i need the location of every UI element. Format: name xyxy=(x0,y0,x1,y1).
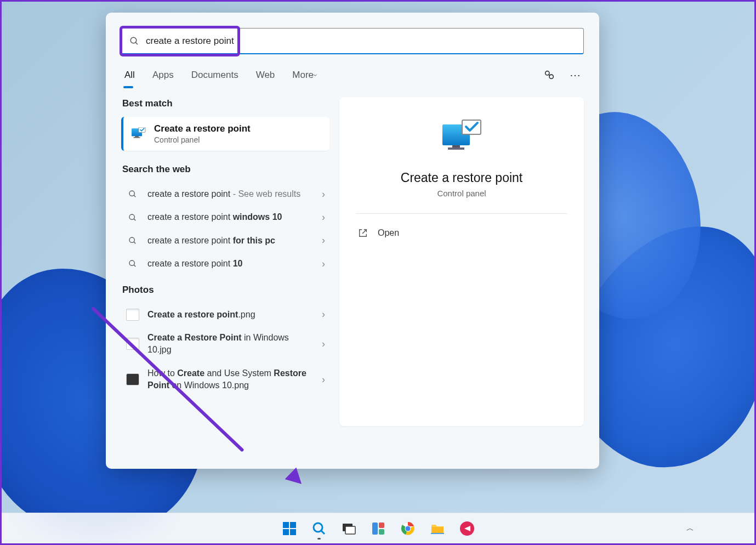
taskbar-task-view[interactable] xyxy=(337,516,361,541)
taskbar-app[interactable] xyxy=(455,516,479,541)
widgets-icon xyxy=(371,521,386,536)
chevron-right-icon: › xyxy=(322,338,325,350)
results-column: Best match Create a restore point Contro… xyxy=(121,97,329,426)
web-result-text: create a restore point 10 xyxy=(147,258,325,270)
best-match-title: Create a restore point xyxy=(154,123,251,134)
chat-icon[interactable] xyxy=(543,69,555,81)
best-match-heading: Best match xyxy=(121,97,329,117)
tab-all[interactable]: All xyxy=(123,66,136,84)
svg-point-25 xyxy=(314,523,322,532)
search-bar[interactable] xyxy=(121,28,584,54)
tray-expand-icon[interactable]: ︿ xyxy=(686,524,694,533)
photo-result[interactable]: Create a restore point.png › xyxy=(121,303,329,326)
svg-rect-31 xyxy=(379,529,384,535)
taskbar-file-explorer[interactable] xyxy=(425,516,450,541)
app-icon xyxy=(459,521,475,536)
start-search-panel: All Apps Documents Web More ⋯ Best match xyxy=(106,13,599,469)
divider xyxy=(356,213,567,214)
svg-rect-37 xyxy=(431,533,444,534)
search-input[interactable] xyxy=(146,36,576,47)
detail-pane: Create a restore point Control panel Ope… xyxy=(339,97,584,426)
chevron-right-icon: › xyxy=(322,212,325,223)
open-label: Open xyxy=(378,228,399,238)
svg-line-1 xyxy=(135,42,138,44)
web-result-text: create a restore point - See web results xyxy=(147,188,325,200)
tab-web[interactable]: Web xyxy=(255,66,276,84)
svg-rect-7 xyxy=(134,137,140,138)
taskbar-start-button[interactable] xyxy=(277,516,302,541)
svg-point-2 xyxy=(545,71,549,75)
svg-rect-22 xyxy=(290,522,296,528)
taskbar xyxy=(2,513,754,543)
svg-rect-29 xyxy=(372,523,378,535)
chevron-right-icon: › xyxy=(322,235,325,246)
svg-rect-28 xyxy=(345,526,355,534)
svg-line-14 xyxy=(134,242,135,243)
search-icon xyxy=(128,236,137,245)
tab-apps[interactable]: Apps xyxy=(151,66,175,84)
svg-line-26 xyxy=(321,531,325,534)
svg-rect-21 xyxy=(283,522,289,528)
image-thumbnail-icon xyxy=(126,373,139,385)
open-action[interactable]: Open xyxy=(356,224,567,242)
svg-rect-30 xyxy=(379,523,384,528)
svg-point-11 xyxy=(129,214,134,219)
image-thumbnail-icon xyxy=(126,309,139,321)
search-icon xyxy=(129,36,139,46)
svg-rect-18 xyxy=(452,145,460,147)
chevron-right-icon: › xyxy=(322,258,325,270)
taskbar-search-button[interactable] xyxy=(307,516,331,541)
web-result[interactable]: create a restore point windows 10 › xyxy=(121,206,329,229)
svg-line-10 xyxy=(134,195,135,197)
detail-subtitle: Control panel xyxy=(356,189,567,198)
svg-point-9 xyxy=(129,191,134,196)
chrome-icon xyxy=(400,521,416,536)
more-options-icon[interactable]: ⋯ xyxy=(570,69,582,82)
svg-rect-6 xyxy=(135,136,139,137)
photos-heading: Photos xyxy=(121,283,329,303)
filter-tabs: All Apps Documents Web More ⋯ xyxy=(121,66,584,84)
chevron-right-icon: › xyxy=(322,309,325,320)
web-result-text: create a restore point windows 10 xyxy=(147,211,325,223)
detail-title: Create a restore point xyxy=(356,171,567,185)
tab-documents[interactable]: Documents xyxy=(190,66,240,84)
task-view-icon xyxy=(341,521,356,536)
svg-rect-8 xyxy=(139,127,145,132)
restore-point-large-icon xyxy=(440,119,483,155)
web-result[interactable]: create a restore point 10 › xyxy=(121,252,329,275)
svg-line-16 xyxy=(134,265,135,266)
svg-point-13 xyxy=(129,237,134,242)
tab-more[interactable]: More xyxy=(291,66,318,84)
svg-rect-23 xyxy=(283,529,289,535)
photo-result-text: Create a Restore Point in Windows 10.jpg xyxy=(147,332,325,356)
search-icon xyxy=(311,521,327,536)
svg-point-0 xyxy=(130,37,137,43)
svg-rect-19 xyxy=(448,147,464,150)
svg-line-12 xyxy=(134,219,135,220)
best-match-result[interactable]: Create a restore point Control panel xyxy=(121,117,329,151)
chevron-right-icon: › xyxy=(322,374,325,385)
web-result[interactable]: create a restore point for this pc › xyxy=(121,229,329,252)
search-web-heading: Search the web xyxy=(121,163,329,183)
restore-point-icon xyxy=(131,127,146,140)
taskbar-chrome[interactable] xyxy=(396,516,420,541)
chevron-right-icon: › xyxy=(322,189,325,200)
windows-logo-icon xyxy=(282,521,297,536)
photo-result-text: Create a restore point.png xyxy=(147,309,325,321)
folder-icon xyxy=(430,521,445,536)
open-external-icon xyxy=(358,228,368,238)
search-icon xyxy=(128,190,137,198)
web-result[interactable]: create a restore point - See web results… xyxy=(121,183,329,206)
svg-point-35 xyxy=(405,526,410,531)
best-match-subtitle: Control panel xyxy=(154,135,251,144)
svg-rect-24 xyxy=(290,529,296,535)
web-result-text: create a restore point for this pc xyxy=(147,235,325,247)
svg-rect-36 xyxy=(431,527,444,533)
search-icon xyxy=(128,213,137,222)
taskbar-widgets[interactable] xyxy=(366,516,390,541)
search-icon xyxy=(128,259,137,268)
svg-point-15 xyxy=(129,260,134,265)
photo-result[interactable]: Create a Restore Point in Windows 10.jpg… xyxy=(121,326,329,362)
